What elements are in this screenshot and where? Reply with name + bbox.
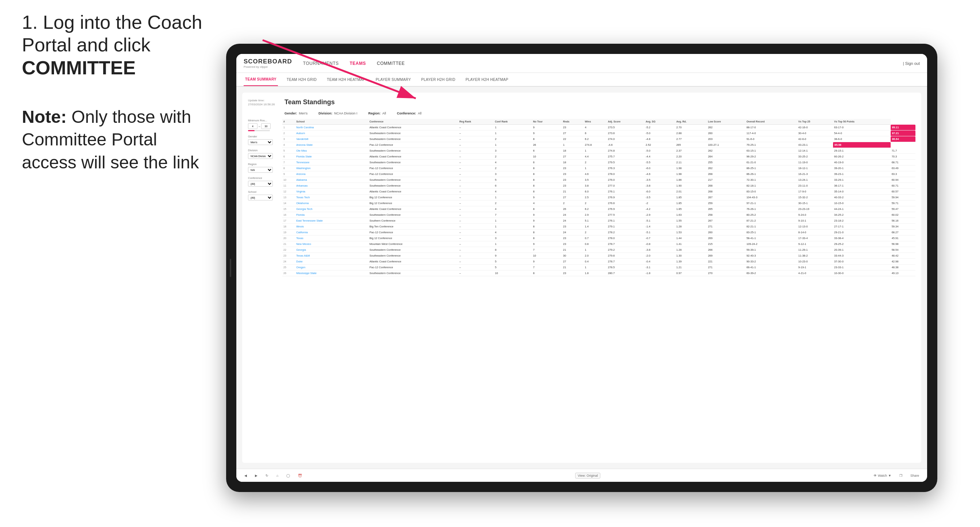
filter-conference: Conference: All (397, 111, 422, 115)
logo-area: SCOREBOARD Powered by clippd (243, 58, 292, 68)
instruction-area: 1. Log into the Coach Portal and click C… (22, 11, 234, 86)
col-vs-top25: Vs Top 25 (797, 119, 833, 125)
filter-group-division: Division NCAA Division I (248, 149, 278, 159)
share-icon[interactable]: ❐ (897, 473, 905, 478)
col-low-score: Low Score (707, 119, 745, 125)
table-row: 24DukeAtlantic Coast Conference–59270.42… (282, 259, 915, 265)
standings-table: # School Conference Reg Rank Conf Rank N… (282, 119, 915, 444)
view-original-btn[interactable]: View: Original (575, 473, 600, 479)
gender-select[interactable]: Men's (248, 139, 273, 145)
standings-title: Team Standings (285, 98, 335, 106)
tablet-side-button (230, 259, 231, 277)
table-row: 9ArizonaPac-12 Conference–38234.6278.0-4… (282, 171, 915, 177)
subnav-team-summary[interactable]: TEAM SUMMARY (243, 73, 278, 86)
table-row: 11ArkansasSoutheastern Conference–68233.… (282, 183, 915, 189)
subnav: TEAM SUMMARY TEAM H2H GRID TEAM H2H HEAT… (236, 73, 927, 87)
table-layout: Minimum Rou... – Gender (248, 119, 915, 444)
toolbar-clock[interactable]: ⏰ (296, 473, 304, 478)
col-conf-rank: Conf Rank (494, 119, 532, 125)
table-row: 7TennesseeSoutheastern Conference–461822… (282, 160, 915, 165)
max-rounds-input[interactable] (261, 123, 270, 129)
col-avg-rd: Avg. Rd. (675, 119, 707, 125)
instruction-step: 1. Log into the Coach Portal and click C… (22, 11, 234, 79)
table-row: 5Ole MissSoutheastern Conference–3618127… (282, 148, 915, 154)
table-row: 18IllinoisBig Ten Conference–18231.4279.… (282, 224, 915, 230)
update-time-block: Update time: 27/03/2024 16:56:26 (248, 98, 281, 106)
subnav-player-h2h-heatmap[interactable]: PLAYER H2H HEATMAP (464, 73, 509, 86)
table-row: 23Texas A&MSoutheastern Conference–91030… (282, 253, 915, 259)
content-card: Update time: 27/03/2024 16:56:26 Team St… (242, 92, 921, 463)
table-row: 10AlabamaSoutheastern Conference–58233.5… (282, 177, 915, 183)
sign-out[interactable]: | Sign out (903, 61, 920, 66)
toolbar-bookmark[interactable]: ◯ (284, 473, 292, 478)
table-row: 16FloridaSoutheastern Conference–79242.9… (282, 212, 915, 218)
filters-sidebar: Minimum Rou... – Gender (248, 119, 278, 444)
main-content: Update time: 27/03/2024 16:56:26 Team St… (236, 87, 927, 469)
table-row: 1North CarolinaAtlantic Coast Conference… (282, 125, 915, 130)
table-row: 12VirginiaAtlantic Coast Conference–4821… (282, 189, 915, 195)
col-rank: # (282, 119, 295, 125)
table-body: 1North CarolinaAtlantic Coast Conference… (282, 125, 915, 276)
nav-teams[interactable]: TEAMS (350, 59, 366, 67)
watch-btn[interactable]: 👁 Watch ▼ (871, 473, 894, 478)
subnav-team-h2h-grid[interactable]: TEAM H2H GRID (285, 73, 318, 86)
nav-links: TOURNAMENTS TEAMS COMMITTEE (303, 59, 903, 67)
logo-main: SCOREBOARD (243, 58, 292, 65)
card-header: Update time: 27/03/2024 16:56:26 Team St… (248, 98, 915, 106)
filter-division: Division: NCAA Division I (318, 111, 358, 115)
school-select[interactable]: (All) (248, 195, 273, 200)
table-row: 2AuburnSoutheastern Conference–19276273.… (282, 130, 915, 136)
filter-slider (248, 130, 270, 131)
filter-group-min-rounds: Minimum Rou... – (248, 119, 278, 131)
table-row: 3VanderbiltSoutheastern Conference–28226… (282, 136, 915, 142)
table-row: 4Arizona StatePac-12 Conference–1261274.… (282, 142, 915, 148)
filter-region: Region: All (368, 111, 386, 115)
table-row: 25OregonPac-12 Conference–57211278.5-3.1… (282, 265, 915, 270)
col-school: School (295, 119, 368, 125)
tablet-screen: SCOREBOARD Powered by clippd TOURNAMENTS… (236, 54, 927, 482)
filter-group-school: School (All) (248, 190, 278, 200)
col-overall-record: Overall Record (746, 119, 797, 125)
col-wins: Wins (584, 119, 607, 125)
toolbar-forward[interactable]: ▶ (253, 473, 260, 478)
filter-slider-fill (248, 130, 255, 131)
note-text: Note: Only those with Committee Portal a… (22, 106, 204, 174)
min-rounds-input[interactable] (248, 123, 258, 129)
conference-select[interactable]: (All) (248, 181, 273, 187)
table-row: 22GeorgiaSoutheastern Conference–8721127… (282, 247, 915, 253)
table-row: 14OklahomaBig 12 Conference–2422276.6-21… (282, 200, 915, 206)
logo-sub: Powered by clippd (243, 65, 292, 68)
toolbar-home[interactable]: ⌂ (274, 473, 280, 478)
update-time-label: Update time: (248, 98, 281, 102)
col-avg-sg: Avg. SG (644, 119, 675, 125)
subnav-player-summary[interactable]: PLAYER SUMMARY (374, 73, 412, 86)
table-row: 20TexasBig 12 Conference–38230.7278.0-0.… (282, 235, 915, 241)
table-row: 13Texas TechBig 12 Conference–19272.5276… (282, 195, 915, 200)
region-select[interactable]: N/A (248, 167, 273, 173)
toolbar-back[interactable]: ◀ (242, 473, 249, 478)
table-row: 15Georgia TechAtlantic Coast Conference–… (282, 206, 915, 212)
table-row: 21New MexicoMountain West Conference–192… (282, 241, 915, 247)
subnav-player-h2h-grid[interactable]: PLAYER H2H GRID (420, 73, 457, 86)
division-select[interactable]: NCAA Division I (248, 153, 273, 159)
table-row: 6Florida StateAtlantic Coast Conference–… (282, 154, 915, 160)
nav-committee[interactable]: COMMITTEE (377, 59, 405, 67)
filter-group-gender: Gender Men's (248, 135, 278, 145)
col-conference: Conference (368, 119, 458, 125)
table-header-row: # School Conference Reg Rank Conf Rank N… (282, 119, 915, 125)
filter-row: Gender: Men's Division: NCAA Division I … (248, 111, 915, 115)
nav-tournaments[interactable]: TOURNAMENTS (303, 59, 339, 67)
filter-group-conference: Conference (All) (248, 176, 278, 187)
subnav-team-h2h-heatmap[interactable]: TEAM H2H HEATMAP (325, 73, 367, 86)
share-btn[interactable]: Share (908, 473, 921, 478)
data-table: # School Conference Reg Rank Conf Rank N… (282, 119, 915, 276)
col-reg-rank: Reg Rank (458, 119, 494, 125)
col-vs-top50-points: Vs Top 50 Points (833, 119, 891, 125)
col-adj-score: Adj. Score (607, 119, 644, 125)
filter-gender: Gender: Men's (285, 111, 307, 115)
toolbar-refresh[interactable]: ↻ (263, 473, 270, 478)
note-section: Note: Only those with Committee Portal a… (22, 106, 204, 174)
table-row: 19CaliforniaPac-12 Conference–48242278.2… (282, 230, 915, 235)
tablet: SCOREBOARD Powered by clippd TOURNAMENTS… (226, 44, 937, 492)
table-row: 26Mississippi StateSoutheastern Conferen… (282, 270, 915, 276)
